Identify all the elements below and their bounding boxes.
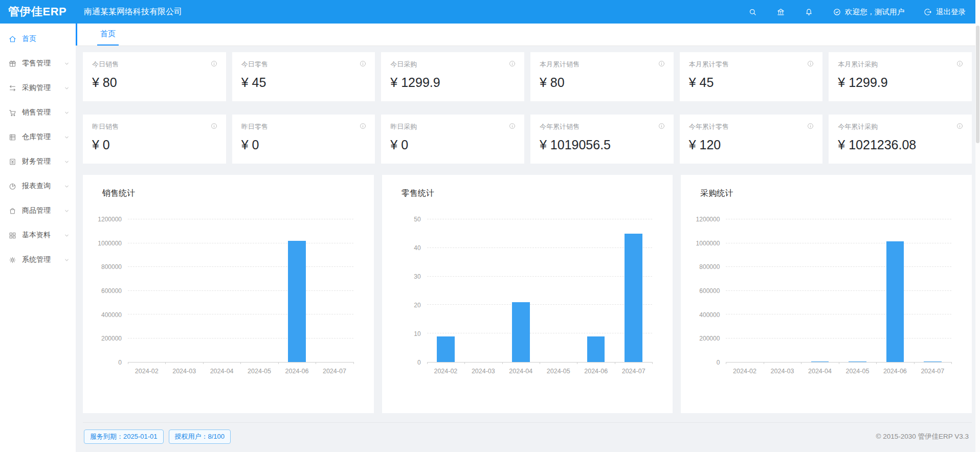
stat-card-label: 今日采购: [390, 60, 515, 69]
info-icon[interactable]: [807, 122, 814, 130]
axis-tick: [914, 362, 915, 364]
chart-title: 零售统计: [402, 188, 658, 199]
finance-icon: [8, 157, 17, 166]
stat-card-label: 昨日采购: [390, 122, 515, 131]
y-tick-label: 1000000: [696, 240, 720, 247]
info-icon[interactable]: [359, 122, 367, 130]
x-tick-label: 2024-07: [316, 368, 353, 375]
stat-card-value: ¥ 45: [241, 75, 366, 90]
info-icon[interactable]: [658, 60, 665, 67]
stat-card: 本月累计采购 ¥ 1299.9: [829, 52, 972, 101]
sidebar-item-label: 财务管理: [22, 157, 51, 166]
axis-tick: [427, 362, 428, 364]
home-icon: [8, 35, 17, 43]
x-tick-label: 2024-03: [764, 368, 801, 375]
page-footer: 服务到期：2025-01-01 授权用户：8/100 © 2015-2030 管…: [83, 423, 972, 444]
sidebar-item-goods[interactable]: 商品管理: [0, 198, 76, 223]
bar-slot: [577, 219, 614, 362]
scrollbar-thumb[interactable]: [976, 26, 979, 143]
x-tick-label: 2024-07: [615, 368, 652, 375]
user-menu[interactable]: 欢迎您，测试用户: [833, 7, 904, 17]
stat-card-value: ¥ 80: [92, 75, 217, 90]
axis-tick: [652, 362, 653, 364]
sidebar-item-report[interactable]: 报表查询: [0, 174, 76, 198]
y-tick-label: 1200000: [98, 216, 122, 223]
sidebar-item-retail[interactable]: 零售管理: [0, 51, 76, 76]
x-tick-label: 2024-02: [128, 368, 165, 375]
chevron-down-icon: [64, 134, 70, 140]
sidebar-item-label: 商品管理: [22, 206, 51, 215]
tab-home[interactable]: 首页: [97, 24, 119, 46]
info-icon[interactable]: [658, 122, 665, 130]
sidebar-item-sale[interactable]: 销售管理: [0, 100, 76, 125]
bar-slot: [502, 219, 540, 362]
sidebar-item-label: 首页: [22, 34, 36, 43]
logout-icon: [924, 8, 932, 16]
y-tick-label: 600000: [101, 287, 122, 295]
bank-icon[interactable]: [776, 8, 785, 16]
stat-card-value: ¥ 0: [390, 138, 515, 152]
company-name: 南通某某网络科技有限公司: [84, 7, 182, 17]
info-icon[interactable]: [210, 60, 218, 67]
sidebar-item-label: 基本资料: [22, 231, 51, 240]
axis-tick: [502, 362, 503, 364]
y-tick-label: 0: [417, 359, 421, 366]
sidebar-item-purchase[interactable]: 采购管理: [0, 76, 76, 100]
info-icon[interactable]: [956, 60, 964, 67]
y-tick-label: 600000: [699, 287, 720, 295]
stock-icon: [8, 133, 17, 142]
stat-card: 今年累计采购 ¥ 1021236.08: [829, 115, 972, 164]
bar-slot: [240, 219, 278, 362]
x-axis-labels: 2024-022024-032024-042024-052024-062024-…: [726, 368, 951, 375]
stat-card-label: 本月累计销售: [540, 60, 664, 69]
axis-tick: [764, 362, 764, 364]
axis-tick: [464, 362, 465, 364]
sidebar-item-system[interactable]: 系统管理: [0, 247, 76, 272]
y-tick-label: 0: [717, 359, 720, 366]
info-icon[interactable]: [807, 60, 814, 67]
app-logo: 管伊佳ERP: [0, 4, 76, 19]
purchase-icon: [8, 84, 17, 93]
search-icon[interactable]: [748, 8, 757, 16]
bar-slot: [464, 219, 502, 362]
scrollbar[interactable]: [975, 0, 980, 452]
bar-2024-07: [924, 361, 942, 362]
chevron-down-icon: [64, 85, 70, 91]
chart-canvas[interactable]: 020000040000060000080000010000001200000: [96, 219, 359, 363]
info-icon[interactable]: [210, 122, 218, 130]
axis-tick: [615, 362, 615, 364]
info-icon[interactable]: [359, 60, 367, 67]
chart-canvas[interactable]: 020000040000060000080000010000001200000: [694, 219, 956, 363]
x-tick-label: 2024-05: [540, 368, 577, 375]
licensed-users-badge: 授权用户：8/100: [169, 430, 231, 444]
axis-tick: [353, 362, 354, 364]
y-tick-label: 10: [414, 330, 420, 337]
chevron-down-icon: [64, 159, 70, 165]
sidebar-item-home[interactable]: 首页: [0, 27, 76, 51]
info-icon[interactable]: [508, 60, 516, 67]
axis-tick: [726, 362, 726, 364]
chart-canvas[interactable]: 01020304050: [395, 219, 658, 363]
x-tick-label: 2024-03: [165, 368, 203, 375]
stat-card-label: 本月累计零售: [689, 60, 814, 69]
chart-title: 销售统计: [102, 188, 359, 199]
info-icon[interactable]: [956, 122, 964, 130]
bar-2024-07: [625, 234, 642, 362]
sidebar-item-stock[interactable]: 仓库管理: [0, 125, 76, 149]
bell-icon[interactable]: [805, 8, 813, 16]
axis-tick: [540, 362, 540, 364]
stat-card-label: 本月累计采购: [838, 60, 963, 69]
x-axis-labels: 2024-022024-032024-042024-052024-062024-…: [427, 368, 653, 375]
plot-area: [128, 219, 353, 363]
bar-slot: [427, 219, 464, 362]
logout-button[interactable]: 退出登录: [924, 7, 966, 17]
y-tick-label: 0: [118, 359, 122, 366]
report-icon: [8, 182, 17, 191]
info-icon[interactable]: [508, 122, 516, 130]
bar-slot: [540, 219, 577, 362]
sidebar-item-base[interactable]: 基本资料: [0, 223, 76, 247]
bar-2024-05: [849, 361, 866, 362]
sidebar-item-finance[interactable]: 财务管理: [0, 149, 76, 174]
bar-series: [427, 219, 653, 362]
bar-slot: [316, 219, 353, 362]
